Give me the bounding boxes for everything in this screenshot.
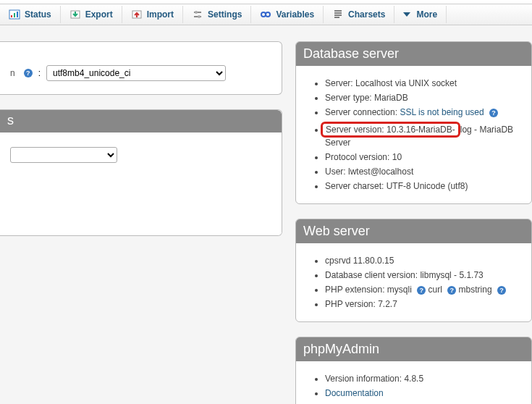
help-icon[interactable]: ?: [447, 286, 456, 295]
help-icon[interactable]: ?: [489, 109, 498, 117]
import-tab[interactable]: Import: [122, 6, 183, 23]
svg-point-7: [198, 15, 200, 18]
ssl-link[interactable]: SSL is not being used: [400, 107, 484, 117]
charsets-icon: [332, 9, 344, 20]
charsets-label: Charsets: [348, 9, 385, 20]
theme-select[interactable]: [10, 147, 117, 163]
server-charset-item: Server charset: UTF-8 Unicode (utf8): [325, 179, 520, 193]
help-icon[interactable]: ?: [497, 286, 506, 295]
php-ext-item: PHP extension: mysqli ? curl ? mbstring …: [325, 282, 520, 297]
help-icon[interactable]: ?: [417, 286, 426, 295]
collation-select[interactable]: utf8mb4_unicode_ci: [46, 65, 226, 81]
settings-tab[interactable]: Settings: [183, 6, 251, 23]
export-tab[interactable]: Export: [61, 6, 122, 23]
svg-rect-1: [11, 15, 12, 17]
settings-label: Settings: [208, 9, 242, 20]
import-icon: [131, 9, 143, 20]
panel-head-fragment: s: [0, 110, 282, 132]
status-label: Status: [25, 9, 51, 20]
server-item: Server: Localhost via UNIX socket: [325, 76, 520, 91]
more-label: More: [416, 9, 437, 20]
srv-item: cpsrvd 11.80.0.15: [325, 253, 520, 268]
main-toolbar: Status Export Import Settings Variables …: [0, 4, 532, 25]
database-server-title: Database server: [296, 42, 531, 66]
documentation-link[interactable]: Documentation: [325, 388, 384, 398]
help-icon[interactable]: ?: [24, 69, 33, 77]
database-server-panel: Database server Server: Localhost via UN…: [295, 41, 532, 204]
collation-label-fragment: n: [10, 68, 15, 78]
export-label: Export: [85, 9, 113, 20]
web-server-title: Web server: [296, 219, 531, 243]
phpmyadmin-title: phpMyAdmin: [296, 337, 531, 361]
php-version-item: PHP version: 7.2.7: [325, 297, 520, 311]
theme-panel: s: [0, 109, 282, 236]
settings-icon: [192, 9, 203, 20]
svg-rect-2: [14, 13, 15, 17]
svg-point-9: [266, 12, 270, 17]
server-version-item: Server version: 10.3.16-MariaDB-log - Ma…: [325, 119, 520, 150]
collation-panel: n ?: utf8mb4_unicode_ci: [0, 41, 282, 95]
server-version-highlight: Server version: 10.3.16-MariaDB-: [321, 122, 460, 138]
import-label: Import: [147, 9, 174, 20]
phpmyadmin-panel: phpMyAdmin Version information: 4.8.5 Do…: [295, 337, 532, 404]
server-connection-item: Server connection: SSL is not being used…: [325, 105, 520, 119]
db-client-item: Database client version: libmysql - 5.1.…: [325, 268, 520, 282]
export-icon: [69, 9, 81, 20]
status-icon: [9, 9, 20, 20]
pma-version-item: Version information: 4.8.5: [325, 371, 520, 386]
user-item: User: lwtest@localhost: [325, 164, 520, 179]
protocol-item: Protocol version: 10: [325, 150, 520, 164]
status-tab[interactable]: Status: [0, 6, 61, 23]
svg-point-6: [195, 11, 198, 14]
more-tab[interactable]: More: [394, 6, 447, 23]
variables-icon: [260, 9, 271, 20]
charsets-tab[interactable]: Charsets: [324, 6, 394, 23]
variables-label: Variables: [276, 9, 314, 20]
svg-rect-3: [17, 12, 18, 17]
web-server-panel: Web server cpsrvd 11.80.0.15 Database cl…: [295, 219, 532, 322]
variables-tab[interactable]: Variables: [251, 6, 324, 23]
chevron-down-icon: [403, 12, 410, 17]
server-type-item: Server type: MariaDB: [325, 91, 520, 105]
